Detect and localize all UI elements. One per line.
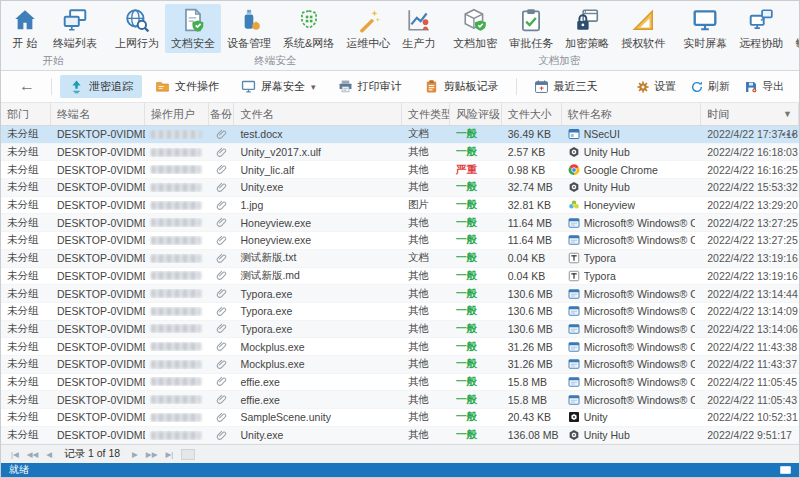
cell-backup[interactable] bbox=[209, 146, 235, 159]
cell-backup[interactable] bbox=[209, 269, 235, 282]
column-header-risk[interactable]: 风险评级 bbox=[450, 103, 502, 125]
column-header-dept[interactable]: 部门 bbox=[1, 103, 51, 125]
column-header-type[interactable]: 文件类型 bbox=[402, 103, 450, 125]
pager-next-page-button[interactable]: ▶▶ bbox=[142, 450, 162, 459]
ribbon-item-remote-assist[interactable]: 远程协助 bbox=[733, 4, 789, 53]
ribbon-item-encryption-policy[interactable]: 加密策略 bbox=[559, 4, 615, 53]
table-row[interactable]: 未分组DESKTOP-0VIDMDJUnity.exe其他一般136.08 MB… bbox=[1, 427, 799, 444]
ribbon-item-terminal-list[interactable]: 终端列表 bbox=[47, 4, 103, 53]
cell-app: Microsoft® Windows® Oper... bbox=[562, 358, 702, 370]
cell-backup[interactable] bbox=[209, 340, 235, 353]
cell-terminal: DESKTOP-0VIDMDJ bbox=[51, 181, 145, 193]
table-row[interactable]: 未分组DESKTOP-0VIDMDJMockplus.exe其他一般31.26 … bbox=[1, 356, 799, 374]
toolbar-button-export[interactable]: 导出 bbox=[737, 76, 791, 97]
toolbar-button-settings-gear[interactable]: 设置 bbox=[629, 76, 683, 97]
ribbon-item-realtime-screen[interactable]: 实时屏幕 bbox=[677, 4, 733, 53]
cell-terminal: DESKTOP-0VIDMDJ bbox=[51, 164, 145, 176]
cell-backup[interactable] bbox=[209, 216, 235, 229]
column-header-terminal[interactable]: 终端名 bbox=[51, 103, 145, 125]
cell-backup[interactable] bbox=[209, 375, 235, 388]
ribbon-item-licensed-software[interactable]: 授权软件 bbox=[615, 4, 671, 53]
pager-next-button[interactable]: ▶ bbox=[128, 450, 142, 459]
cell-app: Microsoft® Windows® Oper... bbox=[562, 394, 702, 406]
table-row[interactable]: 未分组DESKTOP-0VIDMDJeffie.exe其他一般15.8 MBMi… bbox=[1, 374, 799, 392]
table-row[interactable]: 未分组DESKTOP-0VIDMDJUnity.exe其他一般32.74 MBU… bbox=[1, 179, 799, 197]
cell-type: 其他 bbox=[402, 163, 450, 177]
table-row[interactable]: 未分组DESKTOP-0VIDMDJMockplus.exe其他一般31.26 … bbox=[1, 338, 799, 356]
row-more-button[interactable]: ••• bbox=[781, 128, 796, 140]
redacted-username bbox=[151, 271, 201, 280]
column-header-time[interactable]: 时间▼ bbox=[701, 103, 799, 125]
toolbar-button-file-operations[interactable]: 文件操作 bbox=[146, 75, 228, 98]
ribbon-item-system-network[interactable]: 系统&网络 bbox=[277, 4, 340, 53]
cell-backup[interactable] bbox=[209, 305, 235, 318]
cell-backup[interactable] bbox=[209, 234, 235, 247]
toolbar-button-screen-security[interactable]: 屏幕安全▾ bbox=[232, 75, 325, 98]
table-row[interactable]: 未分组DESKTOP-0VIDMDJSampleScene.unity其他一般2… bbox=[1, 409, 799, 427]
ribbon-item-approval-tasks[interactable]: 审批任务 bbox=[503, 4, 559, 53]
cell-backup[interactable] bbox=[209, 199, 235, 212]
table-row[interactable]: 未分组DESKTOP-0VIDMDJTypora.exe其他一般130.6 MB… bbox=[1, 303, 799, 321]
table-row[interactable]: 未分组DESKTOP-0VIDMDJUnity_lic.alf其他严重0.98 … bbox=[1, 161, 799, 179]
cell-type: 图片 bbox=[402, 198, 450, 212]
cell-backup[interactable] bbox=[209, 322, 235, 335]
cell-backup[interactable] bbox=[209, 429, 235, 442]
ribbon-item-sensitive-scan[interactable]: 敏感内容扫描 bbox=[789, 4, 800, 53]
cell-backup[interactable] bbox=[209, 287, 235, 300]
table-row[interactable]: 未分组DESKTOP-0VIDMDJ测试新版.txt文档一般0.04 KBTyp… bbox=[1, 250, 799, 268]
cell-backup[interactable] bbox=[209, 181, 235, 194]
cell-backup[interactable] bbox=[209, 163, 235, 176]
cell-time: 2022/4/22 16:18:03 bbox=[701, 146, 799, 158]
column-header-file[interactable]: 文件名 bbox=[234, 103, 402, 125]
column-header-app[interactable]: 软件名称 bbox=[562, 103, 702, 125]
toolbar-button-leak-trace[interactable]: 泄密追踪 bbox=[60, 75, 142, 98]
table-row[interactable]: 未分组DESKTOP-0VIDMDJUnity_v2017.x.ulf其他一般2… bbox=[1, 144, 799, 162]
cell-app: Unity Hub bbox=[562, 146, 702, 158]
status-panel-icon[interactable] bbox=[780, 466, 791, 474]
table-row[interactable]: 未分组DESKTOP-0VIDMDJ测试新版.md其他一般0.04 KBTypo… bbox=[1, 268, 799, 286]
table-row[interactable]: 未分组DESKTOP-0VIDMDJHoneyview.exe其他一般11.64… bbox=[1, 214, 799, 232]
cell-backup[interactable] bbox=[209, 252, 235, 265]
toolbar-button-clipboard-records[interactable]: 剪贴板记录 bbox=[415, 75, 508, 98]
cell-time: 2022/4/22 11:05:45 bbox=[701, 376, 799, 388]
ribbon-item-productivity[interactable]: 生产力 bbox=[396, 4, 441, 53]
redacted-username bbox=[151, 148, 201, 157]
pager-first-button[interactable]: |◀ bbox=[7, 450, 23, 459]
ribbon-item-doc-encryption[interactable]: 文档加密 bbox=[447, 4, 503, 53]
column-header-user[interactable]: 操作用户 bbox=[145, 103, 209, 125]
toolbar-button-calendar[interactable]: 最近三天 bbox=[525, 75, 607, 98]
cell-backup[interactable] bbox=[209, 393, 235, 406]
secondary-toolbar: ← 泄密追踪文件操作屏幕安全▾打印审计剪贴板记录最近三天 设置刷新导出 bbox=[1, 71, 799, 103]
cell-backup[interactable] bbox=[209, 128, 235, 141]
pager-edit-box[interactable] bbox=[181, 449, 195, 460]
cell-type: 文档 bbox=[402, 127, 450, 141]
table-row[interactable]: 未分组DESKTOP-0VIDMDJTypora.exe其他一般130.6 MB… bbox=[1, 321, 799, 339]
cell-backup[interactable] bbox=[209, 358, 235, 371]
column-header-size[interactable]: 文件大小 bbox=[502, 103, 562, 125]
column-header-backup[interactable]: 备份 bbox=[209, 103, 235, 125]
table-row[interactable]: 未分组DESKTOP-0VIDMDJTypora.exe其他一般130.6 MB… bbox=[1, 285, 799, 303]
mswin-icon bbox=[568, 376, 580, 388]
ribbon-item-ops-center[interactable]: 运维中心 bbox=[340, 4, 396, 53]
system-network-icon bbox=[296, 7, 322, 33]
toolbar-button-refresh[interactable]: 刷新 bbox=[683, 76, 737, 97]
calendar-icon bbox=[534, 79, 549, 94]
table-row[interactable]: 未分组DESKTOP-0VIDMDJ1.jpg图片一般32.81 KBHoney… bbox=[1, 197, 799, 215]
pager-last-button[interactable]: ▶| bbox=[161, 450, 177, 459]
ribbon-item-doc-security[interactable]: 文档安全 bbox=[165, 4, 221, 53]
table-row[interactable]: 未分组DESKTOP-0VIDMDJeffie.exe其他一般15.8 MBMi… bbox=[1, 391, 799, 409]
table-row[interactable]: 未分组DESKTOP-0VIDMDJHoneyview.exe其他一般11.64… bbox=[1, 232, 799, 250]
toolbar-button-print-audit[interactable]: 打印审计 bbox=[329, 75, 411, 98]
paperclip-icon bbox=[215, 234, 228, 247]
ribbon-item-device-management[interactable]: 设备管理 bbox=[221, 4, 277, 53]
cell-time: 2022/4/22 13:19:16 bbox=[701, 252, 799, 264]
ribbon-item-home[interactable]: 开 始 bbox=[3, 4, 47, 53]
pager-prev-button[interactable]: ◀ bbox=[42, 450, 56, 459]
pager-prev-page-button[interactable]: ◀◀ bbox=[23, 450, 43, 459]
cell-file: Honeyview.exe bbox=[234, 234, 402, 246]
cell-size: 15.8 MB bbox=[502, 394, 562, 406]
table-row[interactable]: 未分组DESKTOP-0VIDMDJtest.docx文档一般36.49 KBN… bbox=[1, 126, 799, 144]
ribbon-item-web-activity[interactable]: 上网行为 bbox=[109, 4, 165, 53]
cell-backup[interactable] bbox=[209, 411, 235, 424]
back-button[interactable]: ← bbox=[9, 76, 45, 98]
